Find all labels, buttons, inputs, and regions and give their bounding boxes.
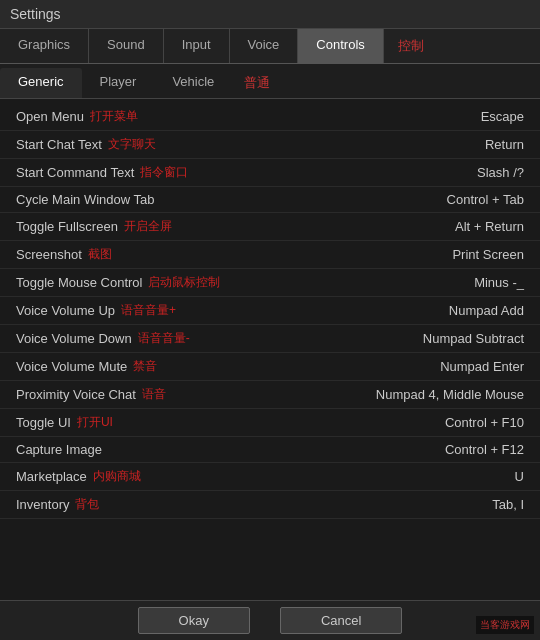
tab-input[interactable]: Input	[164, 29, 230, 63]
keybind-row[interactable]: Inventory背包Tab, I	[0, 491, 540, 519]
action-name: Proximity Voice Chat	[16, 387, 136, 402]
keybind-row[interactable]: Start Command Text指令窗口Slash /?	[0, 159, 540, 187]
tab-controls-zh: 控制	[384, 29, 438, 63]
action-name: Open Menu	[16, 109, 84, 124]
keybind-row[interactable]: Capture ImageControl + F12	[0, 437, 540, 463]
keybind-row[interactable]: Voice Volume Up语音音量+Numpad Add	[0, 297, 540, 325]
tab-controls[interactable]: Controls	[298, 29, 383, 63]
action-name: Toggle UI	[16, 415, 71, 430]
tabs-row: Graphics Sound Input Voice Controls 控制	[0, 29, 540, 64]
key-binding: U	[515, 469, 524, 484]
key-binding: Numpad Subtract	[423, 331, 524, 346]
keybind-row[interactable]: Toggle Fullscreen开启全屏Alt + Return	[0, 213, 540, 241]
key-binding: Return	[485, 137, 524, 152]
tab-graphics[interactable]: Graphics	[0, 29, 89, 63]
action-name-zh: 语音	[142, 386, 166, 403]
key-binding: Control + F10	[445, 415, 524, 430]
action-name: Start Chat Text	[16, 137, 102, 152]
key-binding: Control + F12	[445, 442, 524, 457]
action-name: Voice Volume Mute	[16, 359, 127, 374]
action-name-zh: 指令窗口	[140, 164, 188, 181]
action-name: Start Command Text	[16, 165, 134, 180]
action-name: Screenshot	[16, 247, 82, 262]
keybind-row[interactable]: Marketplace内购商城U	[0, 463, 540, 491]
keybind-row[interactable]: Proximity Voice Chat语音Numpad 4, Middle M…	[0, 381, 540, 409]
keybind-row[interactable]: Open Menu打开菜单Escape	[0, 103, 540, 131]
action-name-zh: 截图	[88, 246, 112, 263]
sub-tab-vehicle[interactable]: Vehicle	[154, 68, 232, 98]
action-name-zh: 语音音量+	[121, 302, 176, 319]
key-binding: Escape	[481, 109, 524, 124]
keybind-row[interactable]: Toggle Mouse Control启动鼠标控制Minus -_	[0, 269, 540, 297]
tab-sound[interactable]: Sound	[89, 29, 164, 63]
action-name: Capture Image	[16, 442, 102, 457]
key-binding: Numpad Add	[449, 303, 524, 318]
action-name-zh: 开启全屏	[124, 218, 172, 235]
action-name: Inventory	[16, 497, 69, 512]
action-name: Cycle Main Window Tab	[16, 192, 154, 207]
action-name: Voice Volume Up	[16, 303, 115, 318]
action-name: Voice Volume Down	[16, 331, 132, 346]
keybind-row[interactable]: Start Chat Text文字聊天Return	[0, 131, 540, 159]
keybind-row[interactable]: Toggle UI打开UIControl + F10	[0, 409, 540, 437]
cancel-button[interactable]: Cancel	[280, 607, 402, 634]
action-name-zh: 背包	[75, 496, 99, 513]
action-name-zh: 文字聊天	[108, 136, 156, 153]
title-bar: Settings	[0, 0, 540, 29]
sub-tabs-row: Generic Player Vehicle 普通	[0, 64, 540, 99]
keybind-row[interactable]: Voice Volume Down语音音量-Numpad Subtract	[0, 325, 540, 353]
action-name: Toggle Mouse Control	[16, 275, 142, 290]
keybind-row[interactable]: Voice Volume Mute禁音Numpad Enter	[0, 353, 540, 381]
action-name: Toggle Fullscreen	[16, 219, 118, 234]
action-name-zh: 打开菜单	[90, 108, 138, 125]
action-name-zh: 内购商城	[93, 468, 141, 485]
sub-tab-label-zh: 普通	[232, 68, 282, 98]
action-name-zh: 禁音	[133, 358, 157, 375]
action-name-zh: 启动鼠标控制	[148, 274, 220, 291]
key-binding: Numpad 4, Middle Mouse	[376, 387, 524, 402]
keybind-row[interactable]: Cycle Main Window TabControl + Tab	[0, 187, 540, 213]
key-binding: Alt + Return	[455, 219, 524, 234]
key-binding: Print Screen	[452, 247, 524, 262]
content-area[interactable]: Open Menu打开菜单EscapeStart Chat Text文字聊天Re…	[0, 99, 540, 599]
key-binding: Tab, I	[492, 497, 524, 512]
window-title: Settings	[10, 6, 61, 22]
action-name-zh: 语音音量-	[138, 330, 190, 347]
tab-voice[interactable]: Voice	[230, 29, 299, 63]
okay-button[interactable]: Okay	[138, 607, 250, 634]
bottom-bar: Okay Cancel	[0, 600, 540, 640]
key-binding: Control + Tab	[447, 192, 524, 207]
key-binding: Minus -_	[474, 275, 524, 290]
sub-tab-generic[interactable]: Generic	[0, 68, 82, 98]
key-binding: Numpad Enter	[440, 359, 524, 374]
action-name-zh: 打开UI	[77, 414, 113, 431]
key-binding: Slash /?	[477, 165, 524, 180]
keybind-row[interactable]: Screenshot截图Print Screen	[0, 241, 540, 269]
sub-tab-player[interactable]: Player	[82, 68, 155, 98]
action-name: Marketplace	[16, 469, 87, 484]
watermark: 当客游戏网	[476, 616, 534, 634]
